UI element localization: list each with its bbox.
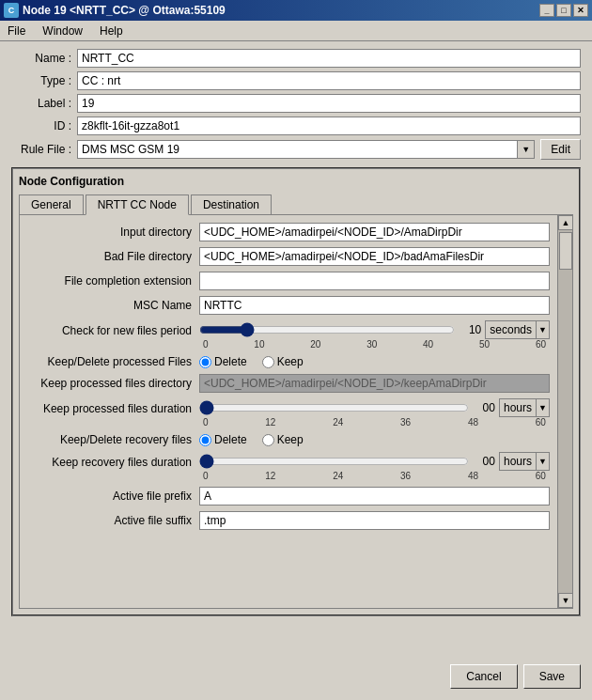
keep-dir-label: Keep processed files directory: [25, 377, 199, 390]
menubar: File Window Help: [0, 21, 592, 41]
keep-duration-slider[interactable]: [199, 400, 469, 415]
msc-name-row: MSC Name: [25, 296, 550, 315]
active-suffix-row: Active file suffix: [25, 511, 550, 530]
recovery-keep-radio-label[interactable]: Keep: [262, 433, 304, 446]
scroll-down-arrow[interactable]: ▼: [558, 593, 573, 608]
recovery-duration-value: 00: [473, 455, 495, 468]
check-files-unit-text: seconds: [486, 321, 536, 338]
keep-dir-row: Keep processed files directory: [25, 374, 550, 393]
rule-file-select[interactable]: DMS MSC GSM 19 ▼: [77, 140, 535, 159]
save-button[interactable]: Save: [523, 664, 581, 689]
close-button[interactable]: ✕: [573, 4, 588, 17]
type-input[interactable]: [77, 71, 581, 90]
label-row: Label :: [11, 94, 581, 113]
keep-radio-label[interactable]: Keep: [262, 355, 304, 368]
id-input[interactable]: [77, 117, 581, 135]
maximize-button[interactable]: □: [556, 4, 571, 17]
recovery-delete-radio-label[interactable]: Delete: [199, 433, 247, 446]
name-label: Name :: [11, 52, 77, 65]
app-icon: C: [4, 3, 19, 18]
file-completion-label: File completion extension: [25, 274, 199, 288]
keep-delete-label: Keep/Delete processed Files: [25, 355, 199, 368]
recovery-delete-radio[interactable]: [199, 434, 211, 446]
menu-file[interactable]: File: [4, 23, 29, 39]
check-files-ticks: 0 10 20 30 40 50 60: [199, 339, 550, 350]
keep-label: Keep: [277, 355, 304, 368]
rule-file-value: DMS MSC GSM 19: [78, 141, 517, 158]
bad-file-dir-input[interactable]: [199, 247, 550, 266]
scroll-track: [558, 230, 572, 593]
active-prefix-input[interactable]: [199, 487, 550, 506]
delete-radio[interactable]: [199, 356, 211, 368]
rule-file-dropdown-arrow[interactable]: ▼: [517, 141, 534, 158]
active-prefix-label: Active file prefix: [25, 490, 199, 503]
keep-duration-unit-select[interactable]: hours ▼: [499, 398, 550, 417]
keep-dir-input[interactable]: [199, 374, 550, 393]
keep-duration-row: Keep processed files duration 00 hours ▼…: [25, 398, 550, 428]
keep-duration-slider-container: 00 hours ▼ 0 12 24 36 48 60: [199, 398, 550, 428]
keep-delete-row: Keep/Delete processed Files Delete Keep: [25, 355, 550, 368]
menu-window[interactable]: Window: [39, 23, 86, 39]
bad-file-dir-label: Bad File directory: [25, 250, 199, 263]
id-row: ID :: [11, 117, 581, 135]
file-completion-input[interactable]: [199, 272, 550, 290]
recovery-keep-radio[interactable]: [262, 434, 274, 446]
recovery-delete-label: Delete: [214, 433, 247, 446]
rule-file-label: Rule File :: [11, 143, 77, 156]
menu-help[interactable]: Help: [96, 23, 127, 39]
tab-nrtt-cc-node[interactable]: NRTT CC Node: [86, 194, 189, 215]
recovery-duration-unit-select[interactable]: hours ▼: [499, 452, 550, 471]
keep-duration-ticks: 0 12 24 36 48 60: [199, 417, 550, 428]
keep-duration-unit-arrow[interactable]: ▼: [536, 399, 549, 416]
recovery-duration-unit-text: hours: [500, 453, 536, 470]
bad-file-dir-row: Bad File directory: [25, 247, 550, 266]
recovery-duration-slider-row: 00 hours ▼: [199, 452, 550, 471]
cancel-button[interactable]: Cancel: [450, 664, 517, 689]
recovery-duration-unit-arrow[interactable]: ▼: [536, 453, 549, 470]
input-dir-input[interactable]: [199, 223, 550, 241]
check-files-row: Check for new files period 10 seconds ▼ …: [25, 320, 550, 350]
window-title: Node 19 <NRTT_CC> @ Ottawa:55109: [23, 4, 226, 17]
scroll-thumb[interactable]: [559, 232, 572, 270]
recovery-keep-label: Keep: [277, 433, 304, 446]
edit-button[interactable]: Edit: [540, 139, 581, 160]
label-input[interactable]: [77, 94, 581, 113]
check-files-label: Check for new files period: [25, 324, 199, 337]
recovery-duration-ticks: 0 12 24 36 48 60: [199, 471, 550, 481]
tabs-container: General NRTT CC Node Destination: [19, 194, 573, 214]
check-files-unit-select[interactable]: seconds ▼: [485, 320, 550, 339]
window-controls: _ □ ✕: [539, 4, 588, 17]
msc-name-input[interactable]: [199, 296, 550, 315]
check-files-slider-container: 10 seconds ▼ 0 10 20 30 40 5: [199, 320, 550, 350]
input-dir-label: Input directory: [25, 226, 199, 239]
delete-radio-label[interactable]: Delete: [199, 355, 247, 368]
check-files-value: 10: [459, 323, 481, 336]
vertical-scrollbar[interactable]: ▲ ▼: [557, 215, 572, 608]
minimize-button[interactable]: _: [539, 4, 554, 17]
check-files-unit-arrow[interactable]: ▼: [536, 321, 549, 338]
tab-destination[interactable]: Destination: [191, 194, 272, 215]
label-label: Label :: [11, 97, 77, 110]
tab-general[interactable]: General: [19, 194, 84, 215]
keep-recovery-radios: Delete Keep: [199, 433, 304, 446]
recovery-duration-slider[interactable]: [199, 454, 469, 469]
title-bar: C Node 19 <NRTT_CC> @ Ottawa:55109 _ □ ✕: [0, 0, 592, 21]
check-files-slider[interactable]: [199, 322, 455, 337]
name-input[interactable]: [77, 49, 581, 68]
rule-file-row: Rule File : DMS MSC GSM 19 ▼ Edit: [11, 139, 581, 160]
node-config-title: Node Configuration: [19, 175, 573, 188]
check-files-slider-row: 10 seconds ▼: [199, 320, 550, 339]
keep-radio[interactable]: [262, 356, 274, 368]
type-row: Type :: [11, 71, 581, 90]
id-label: ID :: [11, 119, 77, 132]
active-suffix-input[interactable]: [199, 511, 550, 530]
scroll-up-arrow[interactable]: ▲: [558, 215, 573, 230]
keep-duration-unit-text: hours: [500, 399, 536, 416]
bottom-buttons: Cancel Save: [450, 664, 581, 689]
recovery-duration-row: Keep recovery files duration 00 hours ▼ …: [25, 452, 550, 481]
keep-delete-radios: Delete Keep: [199, 355, 304, 368]
keep-duration-value: 00: [473, 401, 495, 414]
node-config-section: Node Configuration General NRTT CC Node …: [11, 167, 581, 616]
keep-recovery-label: Keep/Delete recovery files: [25, 433, 199, 446]
tab-content: Input directory Bad File directory File …: [19, 214, 573, 609]
